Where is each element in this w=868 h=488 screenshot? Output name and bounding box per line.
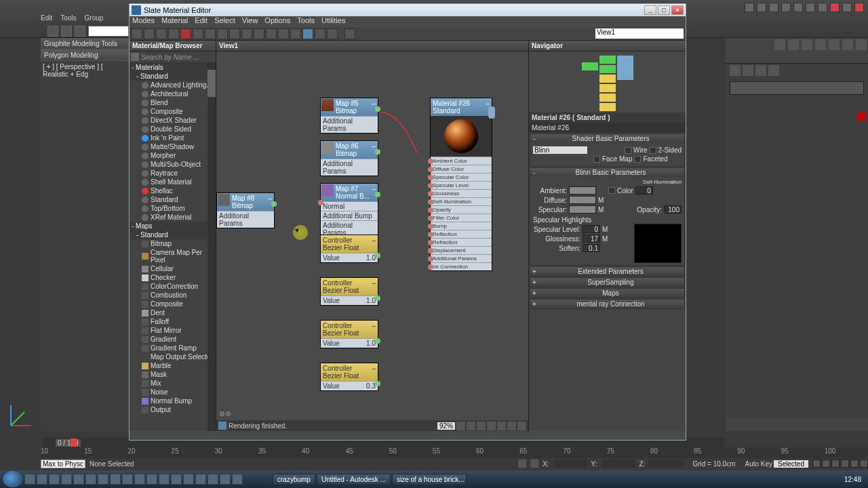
map-item[interactable]: Noise — [130, 388, 216, 396]
minimize-button[interactable]: _ — [644, 5, 656, 15]
menu-item[interactable]: Material — [161, 16, 188, 24]
view-header: View1 — [216, 41, 528, 52]
diffuse-swatch[interactable] — [569, 196, 596, 204]
wire-checkbox[interactable] — [625, 147, 631, 154]
specular-swatch[interactable] — [569, 205, 596, 214]
map-item[interactable]: Camera Map Per Pixel — [130, 248, 216, 264]
material-item[interactable]: Standard — [130, 195, 216, 204]
map-item[interactable]: Cellular — [130, 264, 216, 273]
map-item[interactable]: Map Output Selector — [130, 352, 216, 361]
node-map7[interactable]: Map #7Normal B...– Normal Additional Bum… — [320, 183, 378, 238]
map-item[interactable]: Composite — [130, 300, 216, 308]
menu-item[interactable]: View — [242, 16, 258, 24]
ribbon-tab[interactable]: Graphite Modeling Tools — [41, 38, 129, 49]
rollout-header[interactable]: +Maps — [530, 289, 684, 298]
color-spinner[interactable]: 0 — [635, 186, 653, 195]
zoom-level[interactable]: 92% — [437, 422, 455, 430]
rollout-header[interactable]: +Extended Parameters — [530, 267, 684, 276]
main-menu[interactable]: EditToolsGroup — [41, 14, 111, 22]
scrollbar[interactable] — [208, 63, 216, 431]
speclevel-spinner[interactable]: 0 — [583, 225, 600, 233]
material-item[interactable]: Blend — [130, 98, 216, 107]
window-controls[interactable] — [745, 3, 864, 12]
map-item[interactable]: Flat Mirror — [130, 326, 216, 335]
map-item[interactable]: Checker — [130, 273, 216, 282]
map-item[interactable]: Dent — [130, 308, 216, 317]
tree-group[interactable]: - Maps — [130, 222, 216, 230]
node-map6[interactable]: Map #6Bitmap– Additional Params — [320, 140, 378, 176]
map-item[interactable]: Normal Bump — [130, 396, 216, 405]
view-dropdown[interactable]: View1 — [595, 28, 684, 39]
menu-item[interactable]: Options — [264, 16, 290, 24]
node-material[interactable]: Material #26Standard– Ambient ColorDiffu… — [430, 98, 492, 271]
menu-item[interactable]: Select — [214, 16, 235, 24]
gloss-spinner[interactable]: 17 — [583, 235, 600, 243]
menu-item[interactable]: Edit — [195, 16, 208, 24]
rollout-header[interactable]: +mental ray Connection — [530, 300, 684, 308]
material-item[interactable]: XRef Material — [130, 213, 216, 222]
key-mode-dropdown[interactable]: Selected — [774, 460, 808, 468]
material-item[interactable]: Double Sided — [130, 125, 216, 134]
material-name-input[interactable]: Material #26 — [529, 123, 686, 133]
material-item[interactable]: Top/Bottom — [130, 204, 216, 213]
shader-dropdown[interactable]: Blinn — [533, 146, 587, 154]
ribbon-tab[interactable]: Polygon Modeling — [41, 49, 129, 61]
ambient-swatch[interactable] — [569, 186, 596, 195]
soften-spinner[interactable]: 0.1 — [583, 244, 600, 252]
node-canvas[interactable]: Map #8Bitmap– Additional Params Map #5Bi… — [216, 52, 528, 420]
map-item[interactable]: Marble — [130, 361, 216, 370]
map-item[interactable]: Combustion — [130, 291, 216, 300]
material-item[interactable]: Ink 'n Paint — [130, 134, 216, 142]
time-controls[interactable] — [812, 460, 868, 468]
tree-group[interactable]: - Standard — [130, 230, 216, 239]
taskbar-button[interactable]: size of a house brick... — [392, 474, 467, 485]
taskbar-button[interactable]: Untitled - Autodesk ... — [317, 474, 391, 485]
menu-item[interactable]: Tools — [297, 16, 315, 24]
rollout-header[interactable]: +SuperSampling — [530, 278, 684, 287]
material-item[interactable]: Shell Material — [130, 178, 216, 186]
map-item[interactable]: ColorCorrection — [130, 282, 216, 291]
node-controller-1[interactable]: ControllerBezier Float– Value 1.0 — [320, 235, 378, 263]
menu-item[interactable]: Utilities — [321, 16, 345, 24]
taskbar-button[interactable]: crazybump — [273, 474, 315, 485]
autokey-button[interactable]: Auto Key — [745, 460, 772, 468]
material-item[interactable]: Advanced Lighting... — [130, 81, 216, 89]
material-item[interactable]: Shellac — [130, 186, 216, 195]
map-item[interactable]: Mask — [130, 370, 216, 379]
tree-group[interactable]: - Standard — [130, 72, 216, 81]
start-orb[interactable] — [3, 471, 23, 487]
navigator-view[interactable] — [529, 52, 686, 113]
menu-item[interactable]: Modes — [132, 16, 155, 24]
search-input[interactable]: Search by Name ... — [130, 52, 216, 63]
node-map5[interactable]: Map #5Bitmap– Additional Params — [320, 98, 378, 134]
toolbar[interactable]: View1 — [130, 27, 686, 41]
material-item[interactable]: Multi/Sub-Object — [130, 160, 216, 169]
material-item[interactable]: Raytrace — [130, 169, 216, 178]
tree-group[interactable]: - Materials — [130, 63, 216, 72]
map-item[interactable]: Gradient — [130, 335, 216, 344]
maxscript-button[interactable]: Max to Physc — [41, 460, 85, 468]
node-map8[interactable]: Map #8Bitmap– Additional Params — [216, 192, 275, 228]
map-item[interactable]: Mix — [130, 379, 216, 388]
node-controller-3[interactable]: ControllerBezier Float– Value 1.0 — [320, 320, 378, 348]
faceted-checkbox[interactable] — [634, 156, 641, 163]
close-button[interactable]: × — [671, 5, 684, 15]
menu-bar[interactable]: ModesMaterialEditSelectViewOptionsToolsU… — [130, 16, 686, 27]
map-item[interactable]: Gradient Ramp — [130, 344, 216, 352]
title-bar[interactable]: Slate Material Editor _□× — [130, 4, 686, 16]
2sided-checkbox[interactable] — [650, 147, 656, 154]
node-controller-4[interactable]: ControllerBezier Float– Value 0.3 — [320, 363, 378, 391]
map-item[interactable]: Output — [130, 405, 216, 414]
node-controller-2[interactable]: ControllerBezier Float– Value 1.0 — [320, 277, 378, 306]
map-item[interactable]: Falloff — [130, 317, 216, 326]
taskbar[interactable]: crazybump Untitled - Autodesk ... size o… — [0, 470, 868, 488]
facemap-checkbox[interactable] — [593, 156, 600, 163]
material-item[interactable]: Architectural — [130, 89, 216, 98]
material-item[interactable]: Morpher — [130, 151, 216, 160]
material-item[interactable]: Composite — [130, 107, 216, 116]
map-item[interactable]: Bitmap — [130, 239, 216, 248]
maximize-button[interactable]: □ — [658, 5, 670, 15]
material-item[interactable]: DirectX Shader — [130, 116, 216, 125]
opacity-spinner[interactable]: 100 — [664, 205, 682, 214]
material-item[interactable]: Matte/Shadow — [130, 142, 216, 151]
